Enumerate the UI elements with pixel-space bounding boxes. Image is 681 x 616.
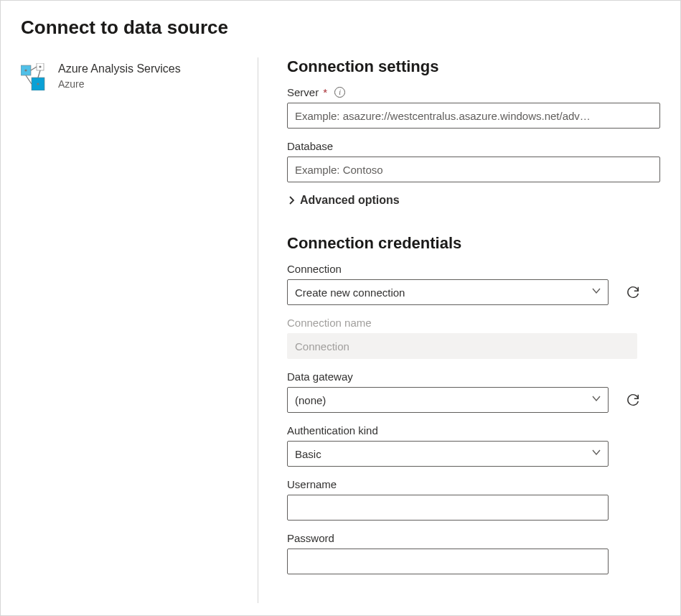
field-auth-kind: Authentication kind <box>287 424 660 467</box>
refresh-icon <box>625 284 641 300</box>
info-icon[interactable]: i <box>334 87 345 98</box>
refresh-icon <box>625 392 641 408</box>
field-username: Username <box>287 478 660 521</box>
svg-point-9 <box>24 69 27 71</box>
section-title-credentials: Connection credentials <box>287 234 660 253</box>
azure-analysis-services-icon <box>21 63 48 90</box>
dialog-frame: Connect to data source <box>0 0 681 616</box>
svg-line-5 <box>31 67 37 70</box>
required-marker: * <box>323 86 327 98</box>
form-panel: Connection settings Server * i Database <box>258 57 660 586</box>
auth-kind-select[interactable] <box>287 441 609 467</box>
section-title-settings: Connection settings <box>287 57 660 76</box>
connection-name-label: Connection name <box>287 317 660 329</box>
refresh-gateway-button[interactable] <box>623 390 643 410</box>
data-gateway-label: Data gateway <box>287 370 660 383</box>
source-item[interactable]: Azure Analysis Services Azure <box>21 62 245 90</box>
source-panel: Azure Analysis Services Azure <box>21 57 258 90</box>
chevron-right-icon <box>287 196 296 205</box>
database-label-text: Database <box>287 140 333 152</box>
data-gateway-select[interactable] <box>287 387 609 413</box>
refresh-connection-button[interactable] <box>623 282 643 302</box>
auth-kind-label: Authentication kind <box>287 424 660 437</box>
connection-name-input <box>287 333 637 359</box>
password-input[interactable] <box>287 549 609 574</box>
username-input[interactable] <box>287 495 609 521</box>
field-connection: Connection <box>287 263 660 305</box>
source-name: Azure Analysis Services <box>58 62 181 76</box>
page-title: Connect to data source <box>21 17 660 39</box>
source-category: Azure <box>58 78 181 90</box>
svg-line-7 <box>26 75 32 84</box>
source-texts: Azure Analysis Services Azure <box>58 62 181 90</box>
svg-point-10 <box>37 83 39 85</box>
server-label: Server * i <box>287 86 660 98</box>
database-label: Database <box>287 140 660 152</box>
server-input[interactable] <box>287 103 660 129</box>
database-input[interactable] <box>287 157 660 182</box>
connection-name-label-text: Connection name <box>287 317 372 329</box>
svg-point-8 <box>39 65 41 67</box>
svg-line-6 <box>38 70 40 78</box>
password-label-text: Password <box>287 532 334 544</box>
field-database: Database <box>287 140 660 182</box>
password-label: Password <box>287 532 660 544</box>
auth-kind-label-text: Authentication kind <box>287 424 378 437</box>
field-server: Server * i <box>287 86 660 129</box>
advanced-options-toggle[interactable]: Advanced options <box>287 194 660 207</box>
username-label: Username <box>287 478 660 490</box>
field-data-gateway: Data gateway <box>287 370 660 413</box>
field-connection-name: Connection name <box>287 317 660 359</box>
data-gateway-label-text: Data gateway <box>287 370 353 383</box>
username-label-text: Username <box>287 478 337 490</box>
server-label-text: Server <box>287 86 319 98</box>
connection-label: Connection <box>287 263 660 275</box>
connection-select[interactable] <box>287 279 609 305</box>
field-password: Password <box>287 532 660 574</box>
connection-label-text: Connection <box>287 263 342 275</box>
content-columns: Azure Analysis Services Azure Connection… <box>21 57 660 603</box>
advanced-options-label: Advanced options <box>300 194 400 207</box>
